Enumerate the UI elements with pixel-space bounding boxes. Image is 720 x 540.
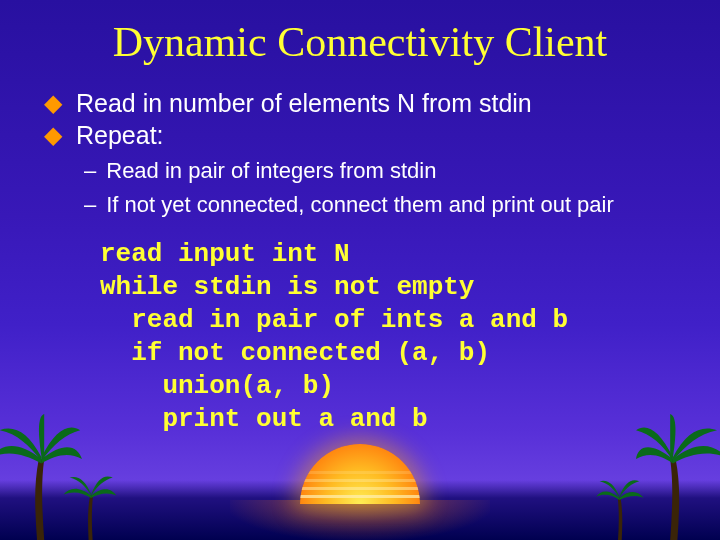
code-line: read in pair of ints a and b — [100, 305, 568, 335]
sun-reflection-decoration — [230, 500, 490, 540]
code-line: if not connected (a, b) — [100, 338, 490, 368]
sub-bullet-item: – Read in pair of integers from stdin — [84, 158, 680, 184]
palm-tree-icon — [636, 414, 720, 540]
bullet-icon: ◆ — [44, 88, 62, 118]
palm-tree-icon — [60, 462, 120, 540]
dash-icon: – — [84, 158, 96, 184]
bullet-icon: ◆ — [44, 120, 62, 150]
sub-bullet-text: Read in pair of integers from stdin — [106, 158, 436, 184]
dash-icon: – — [84, 192, 96, 218]
code-line: union(a, b) — [100, 371, 334, 401]
code-line: print out a and b — [100, 404, 428, 434]
bullet-item: ◆ Repeat: — [40, 120, 680, 150]
slide-title: Dynamic Connectivity Client — [0, 0, 720, 88]
bullet-item: ◆ Read in number of elements N from stdi… — [40, 88, 680, 118]
bullet-text: Read in number of elements N from stdin — [76, 88, 532, 118]
sub-bullet-text: If not yet connected, connect them and p… — [106, 192, 614, 218]
palm-tree-icon — [593, 467, 648, 540]
code-line: read input int N — [100, 239, 350, 269]
code-line: while stdin is not empty — [100, 272, 474, 302]
bullet-text: Repeat: — [76, 120, 164, 150]
sub-bullet-item: – If not yet connected, connect them and… — [84, 192, 680, 218]
sun-decoration — [300, 444, 420, 504]
pseudocode-block: read input int N while stdin is not empt… — [100, 238, 680, 436]
slide-content: ◆ Read in number of elements N from stdi… — [0, 88, 720, 436]
